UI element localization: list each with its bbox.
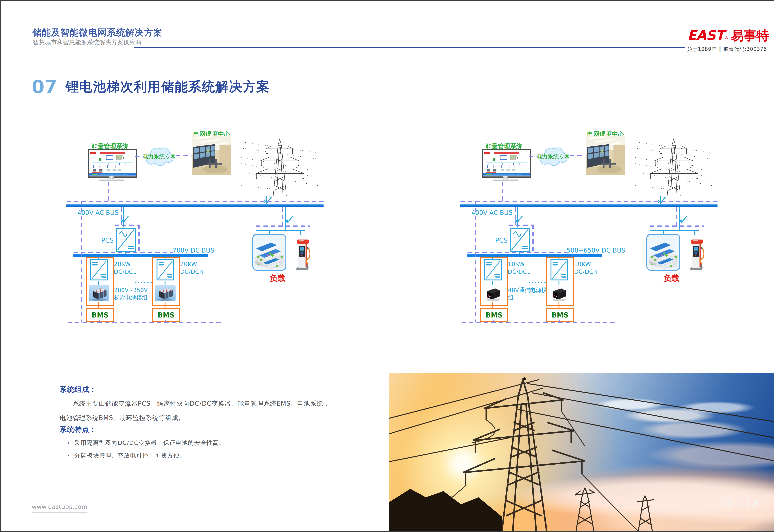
bmsn-link xyxy=(164,302,165,308)
group1-bus-link xyxy=(492,257,493,259)
logo-wordmark: EAST xyxy=(687,28,724,43)
industrial-park-image xyxy=(646,234,680,271)
charger-feed-line xyxy=(300,230,301,235)
pcs-breaker-icon xyxy=(119,214,129,225)
logo-separator: ┃ xyxy=(718,46,722,52)
comm-loop-left-dashed xyxy=(475,201,476,322)
header-divider-line xyxy=(134,47,685,48)
network-label: 电力系统专网 xyxy=(534,153,572,160)
bms-box-n: BMS xyxy=(546,308,574,322)
features-heading: 系统特点： xyxy=(60,425,97,434)
group1-module-link xyxy=(98,281,99,285)
bms1-link xyxy=(98,302,99,308)
comm-loop-bottom-dashed xyxy=(68,322,223,323)
pcs-converter-symbol xyxy=(509,227,530,252)
dcdcn-label: 10KW DC/DCn xyxy=(574,260,610,268)
bmsn-link xyxy=(558,302,559,308)
dcdc-converter-symbol-1 xyxy=(90,259,108,281)
pcs-dashed-right xyxy=(532,225,533,255)
registered-mark: ® xyxy=(724,35,729,40)
monitor-stand xyxy=(109,176,114,180)
sunset-tower-photo: 11 / 12 xyxy=(389,373,774,531)
monitor-base xyxy=(493,179,518,181)
comm-bus-dashed-line xyxy=(460,201,718,202)
doc-title: 储能及智能微电网系统解决方案 xyxy=(32,27,162,39)
load-label: 负载 xyxy=(266,273,289,284)
ev-charger-image xyxy=(295,234,310,271)
pcs-label: PCS xyxy=(99,237,114,244)
composition-heading: 系统组成： xyxy=(60,385,97,394)
ems-screenshot xyxy=(89,150,136,176)
bms-box-n: BMS xyxy=(152,308,180,322)
monitor-stand xyxy=(503,176,508,180)
dcdc1-label: 10KW DC/DC1 xyxy=(508,260,543,268)
feature-text: 采用隔离型双向DC/DC变换器，保证电池的安全性高。 xyxy=(74,439,225,446)
page: 储能及智能微电网系统解决方案 智慧城市和智慧能源系统解决方案供应商 EAST®易… xyxy=(0,0,774,532)
dcdcn-label: 20KW DC/DCn xyxy=(180,260,216,268)
load-label: 负载 xyxy=(660,273,683,284)
dcdcn-id: DC/DCn xyxy=(180,268,203,276)
storage-module-image-n xyxy=(155,285,175,301)
bmsn-comm-stub xyxy=(165,320,166,322)
load-comm-dashed xyxy=(676,207,677,226)
composition-text-line2: 电池管理系统BMS、动环监控系统等组成。 xyxy=(60,414,185,422)
groupn-bus-link xyxy=(558,257,559,259)
dcdcn-power: 10KW xyxy=(574,260,591,268)
dc-bus-label: 700V DC BUS xyxy=(172,247,215,254)
dispatch-center-image xyxy=(192,136,232,175)
dcdc1-id: DC/DC1 xyxy=(508,268,531,276)
composition-text-line1: 系统主要由储能变流器PCS、隔离性双向DC/DC变换器、能量管理系统EMS、电池… xyxy=(73,399,332,408)
ems-comm-line xyxy=(108,182,109,201)
dc-bus-bar xyxy=(467,254,602,257)
logo-since: 始于1989年 xyxy=(687,46,717,52)
dcdcn-power: 20KW xyxy=(180,260,197,268)
industrial-park-image xyxy=(252,234,286,271)
dcdcn-id: DC/DCn xyxy=(574,268,597,276)
load-comm-dashed-h xyxy=(650,225,704,227)
pcs-dashed-top xyxy=(508,225,533,226)
cloud-room-link xyxy=(570,155,586,156)
section-heading: 07锂电池梯次利用储能系统解决方案 xyxy=(32,76,270,97)
comm-loop-bottom-dashed xyxy=(462,322,617,323)
bms1-comm-stub xyxy=(99,320,100,322)
ems-comm-line xyxy=(502,182,503,201)
module-label-line1: 200V~350V xyxy=(114,286,148,294)
load-breaker-icon xyxy=(678,214,688,225)
group1-bus-link xyxy=(98,257,99,259)
dispatch-center-image xyxy=(586,136,626,175)
dcdc1-label: 20KW DC/DC1 xyxy=(114,260,149,268)
bms-box-1: BMS xyxy=(480,308,508,322)
ac-bus-bar xyxy=(460,204,718,207)
groupn-bus-link xyxy=(164,257,165,259)
feature-item: •采用隔离型双向DC/DC变换器，保证电池的安全性高。 xyxy=(67,439,225,447)
dcdc-converter-symbol-n xyxy=(156,259,174,281)
dc-bus-label: 500~650V DC BUS xyxy=(566,247,626,254)
dcdc1-power: 10KW xyxy=(508,260,525,268)
bms1-comm-stub xyxy=(492,320,494,322)
groupn-module-link xyxy=(164,281,165,285)
page-number: 11 / 12 xyxy=(720,499,759,509)
comm-bus-dashed-line xyxy=(67,201,324,202)
transmission-tower-drawing xyxy=(242,135,318,196)
load-breaker-icon xyxy=(284,214,294,225)
monitor-base xyxy=(99,179,124,181)
ac-bus-label: 400V AC BUS xyxy=(77,209,118,216)
logo-chinese: 易事特 xyxy=(731,28,769,43)
bms-box-1: BMS xyxy=(86,308,114,322)
logo-stock-code: 股票代码:300376 xyxy=(724,46,767,52)
dcdc1-power: 20KW xyxy=(114,260,131,268)
groupn-module-link xyxy=(558,281,559,285)
pcs-label: PCS xyxy=(493,237,508,244)
pcs-breaker-icon xyxy=(513,214,523,225)
doc-subtitle: 智慧城市和智慧能源系统解决方案供应商 xyxy=(33,38,141,46)
module-label-line1: 48V通信电源模组 xyxy=(508,286,548,301)
cloud-room-link xyxy=(176,155,191,156)
dcdc-converter-symbol-n xyxy=(550,259,568,281)
module-label-line2: 梯次电池模组 xyxy=(114,294,147,301)
website-link[interactable]: www.eastups.com xyxy=(32,503,87,513)
feature-text: 分簇模块管理、充放电可控、可换方便。 xyxy=(74,452,186,459)
load-sub-bus xyxy=(256,230,305,231)
ac-bus-bar xyxy=(66,204,324,207)
load-comm-dashed xyxy=(282,207,283,226)
module-type-label: 200V~350V 梯次电池模组 xyxy=(114,286,154,294)
